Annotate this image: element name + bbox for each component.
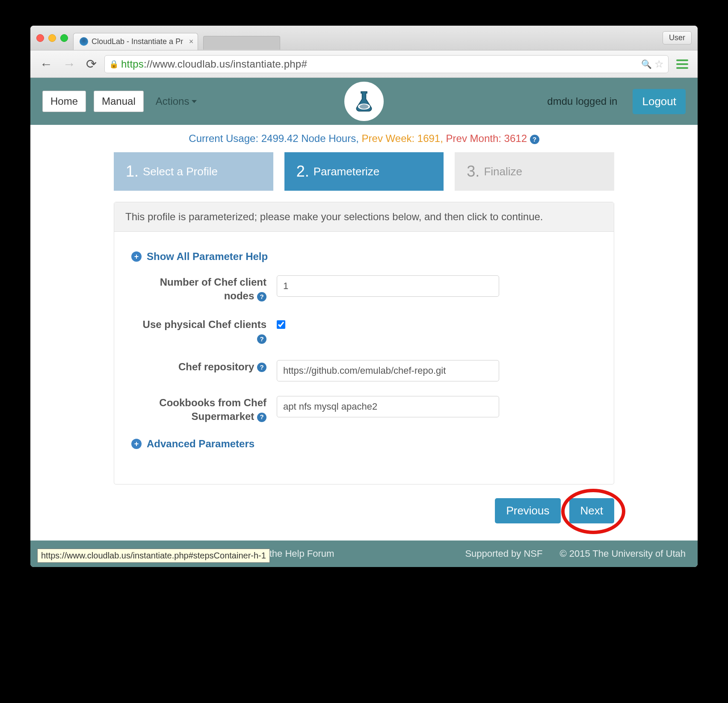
step-finalize: 3. Finalize — [455, 152, 614, 191]
wizard-nav-buttons: Previous Next — [114, 496, 614, 541]
step-parameterize[interactable]: 2. Parameterize — [284, 152, 444, 191]
help-icon[interactable]: ? — [257, 363, 266, 372]
row-cookbooks: Cookbooks from Chef Supermarket ? — [131, 396, 597, 424]
footer-help-forum[interactable]: Question or comment? Join the Help Forum — [152, 548, 334, 559]
app-header: Home Manual Actions dmdu logged in Logou… — [30, 78, 698, 125]
lock-icon: 🔒 — [109, 59, 118, 69]
browser-toolbar: ← → ⟳ 🔒 https://www.cloudlab.us/instanti… — [30, 50, 698, 78]
close-tab-icon[interactable]: × — [189, 37, 194, 46]
new-tab-button[interactable] — [203, 36, 280, 50]
step-select-profile[interactable]: 1. Select a Profile — [114, 152, 273, 191]
browser-window: CloudLab - Instantiate a Pr × User ← → ⟳… — [30, 26, 698, 567]
window-controls — [36, 34, 68, 42]
usage-current: Current Usage: 2499.42 Node Hours, — [189, 133, 359, 144]
close-window-icon[interactable] — [36, 34, 44, 42]
app-footer: Powered by ⸬ emulab Question or comment?… — [30, 541, 698, 567]
reload-button[interactable]: ⟳ — [83, 56, 99, 71]
back-button[interactable]: ← — [37, 57, 55, 71]
help-icon[interactable]: ? — [530, 135, 539, 144]
advanced-params-toggle[interactable]: + Advanced Parameters — [131, 438, 597, 450]
flask-icon — [352, 89, 376, 113]
input-cookbooks[interactable] — [277, 396, 499, 417]
next-button[interactable]: Next — [569, 498, 614, 523]
input-num-nodes[interactable] — [277, 275, 499, 297]
panel-message: This profile is parameterized; please ma… — [114, 202, 614, 232]
url-text: https://www.cloudlab.us/instantiate.php# — [121, 58, 307, 70]
plus-icon: + — [131, 439, 142, 449]
label-chef-repo: Chef repository ? — [131, 360, 277, 374]
footer-supported: Supported by NSF — [465, 548, 542, 559]
label-cookbooks: Cookbooks from Chef Supermarket ? — [131, 396, 277, 424]
user-menu-button[interactable]: User — [663, 31, 692, 44]
wizard-steps: 1. Select a Profile 2. Parameterize 3. F… — [114, 152, 614, 191]
forward-button: → — [60, 57, 78, 71]
row-num-nodes: Number of Chef client nodes ? — [131, 275, 597, 303]
actions-dropdown[interactable]: Actions — [151, 91, 201, 112]
browser-tab[interactable]: CloudLab - Instantiate a Pr × — [73, 33, 198, 50]
usage-prev-week: Prev Week: 1691, — [362, 133, 443, 144]
titlebar: CloudLab - Instantiate a Pr × User — [30, 26, 698, 50]
chevron-down-icon — [192, 100, 197, 103]
checkbox-physical[interactable] — [277, 320, 285, 329]
logout-button[interactable]: Logout — [633, 89, 686, 114]
show-all-help-toggle[interactable]: + Show All Parameter Help — [131, 251, 597, 263]
search-icon[interactable]: 🔍 — [641, 59, 652, 69]
footer-copyright: © 2015 The University of Utah — [559, 548, 686, 559]
main-content: 1. Select a Profile 2. Parameterize 3. F… — [114, 152, 614, 541]
row-chef-repo: Chef repository ? — [131, 360, 597, 381]
help-icon[interactable]: ? — [257, 292, 266, 301]
previous-button[interactable]: Previous — [495, 498, 560, 523]
panel-body: + Show All Parameter Help Number of Chef… — [114, 232, 614, 484]
label-physical: Use physical Chef clients ? — [131, 318, 277, 346]
logged-in-text: dmdu logged in — [547, 95, 617, 107]
app-content: Home Manual Actions dmdu logged in Logou… — [30, 78, 698, 567]
label-num-nodes: Number of Chef client nodes ? — [131, 275, 277, 303]
plus-icon: + — [131, 251, 142, 262]
footer-powered: Powered by ⸬ emulab — [42, 548, 135, 559]
url-bar[interactable]: 🔒 https://www.cloudlab.us/instantiate.ph… — [104, 55, 669, 73]
input-chef-repo[interactable] — [277, 360, 499, 381]
parameter-panel: This profile is parameterized; please ma… — [114, 202, 614, 484]
manual-button[interactable]: Manual — [94, 91, 144, 112]
home-button[interactable]: Home — [42, 91, 86, 112]
bookmark-star-icon[interactable]: ☆ — [654, 58, 664, 70]
favicon-icon — [80, 37, 88, 46]
actions-label: Actions — [156, 95, 189, 107]
maximize-window-icon[interactable] — [60, 34, 68, 42]
help-icon[interactable]: ? — [257, 334, 266, 344]
usage-prev-month: Prev Month: 3612 — [446, 133, 527, 144]
cloudlab-logo[interactable] — [344, 82, 384, 121]
tab-title: CloudLab - Instantiate a Pr — [92, 37, 183, 46]
chrome-menu-icon[interactable] — [674, 57, 691, 71]
row-physical: Use physical Chef clients ? — [131, 318, 597, 346]
help-icon[interactable]: ? — [257, 413, 266, 422]
minimize-window-icon[interactable] — [48, 34, 56, 42]
usage-bar: Current Usage: 2499.42 Node Hours, Prev … — [30, 125, 698, 152]
